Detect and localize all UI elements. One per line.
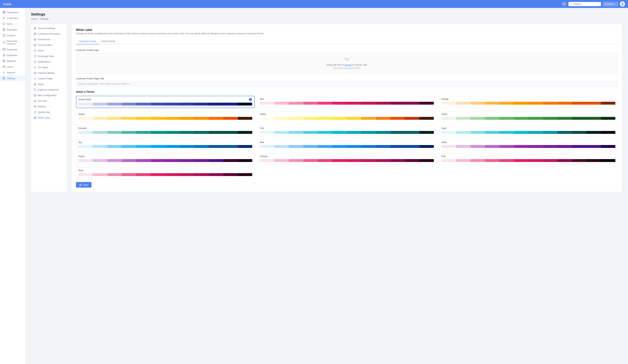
color-swatch [78,145,93,148]
settings-menu-expense-categories[interactable]: Expense Categories [31,87,67,92]
file-icon [2,34,5,37]
mail-icon [34,94,36,97]
sidebar-item-estimates[interactable]: Estimates [0,27,25,32]
color-swatch [543,117,557,120]
theme-card-yellow[interactable]: Yellow [257,111,436,122]
theme-card-red[interactable]: Red [257,96,436,108]
color-swatch [78,117,93,120]
settings-menu-payment-modes[interactable]: Payment Modes [31,70,67,76]
color-swatch [136,159,151,162]
svg-point-6 [3,17,4,18]
color-swatch [347,131,361,134]
tag-icon [34,88,36,91]
settings-menu-backup[interactable]: Backup [31,104,67,109]
settings-menu-notifications[interactable]: Notifications [31,59,67,65]
color-swatch [601,145,615,148]
settings-menu-mail[interactable]: Mail Configuration [31,92,67,98]
search-input[interactable] [568,2,601,6]
color-swatch [419,102,434,105]
theme-card-amber[interactable]: Amber [76,111,255,122]
color-swatch [260,145,274,148]
sidebar-item-expenses[interactable]: Expenses [0,52,25,58]
color-swatch [194,159,209,162]
avatar[interactable] [620,1,625,7]
sidebar-item-recurring[interactable]: Recurring Invoices [0,38,25,47]
color-swatch [209,103,223,106]
theme-card-emerald[interactable]: Emerald [76,125,255,136]
app-logo: Crayte [3,2,11,5]
tab-customer-portal[interactable]: Customer Portal [76,38,99,44]
theme-card-cyan[interactable]: Cyan [439,125,618,136]
color-swatch [332,131,347,134]
sidebar-item-users[interactable]: Users [0,64,25,70]
theme-card-invoice-shelf[interactable]: Invoice Shelf✓ [76,96,255,108]
settings-menu-file-disk[interactable]: File Disk [31,98,67,104]
theme-card-pink[interactable]: Pink [439,153,618,164]
color-swatch [361,159,376,162]
theme-card-sky[interactable]: Sky [76,139,255,150]
color-swatch [238,145,252,148]
sidebar-item-reports[interactable]: Reports [0,70,25,75]
color-swatch [209,159,223,162]
theme-card-fuchsia[interactable]: Fuchsia [257,153,436,164]
settings-menu-preferences[interactable]: Preferences [31,37,67,42]
color-swatch [332,159,347,162]
theme-selected-check: ✓ [249,98,252,101]
color-swatch [318,102,332,105]
theme-card-purple[interactable]: Purple [76,153,255,164]
theme-card-violet[interactable]: Violet [439,139,618,150]
color-swatch [260,131,274,134]
settings-menu-tax[interactable]: Tax Types [31,65,67,70]
save-button[interactable]: Save [76,182,91,188]
sidebar-item-settings[interactable]: Settings [0,75,25,81]
sidebar-item-modules[interactable]: Modules [0,58,25,64]
sidebar-item-items[interactable]: Items [0,21,25,27]
settings-menu-company[interactable]: Company Information [31,31,67,37]
color-swatch [93,103,107,106]
theme-card-orange[interactable]: Orange [439,96,618,108]
settings-menu-notes[interactable]: Notes [31,81,67,87]
sidebar-item-dashboard[interactable]: Dashboard [0,9,25,15]
theme-card-green[interactable]: Green [439,111,618,122]
color-swatch [456,131,470,134]
sidebar-item-invoices[interactable]: Invoices [0,32,25,38]
logo-upload-area[interactable]: Drag a file here or browse to choose a f… [76,53,618,73]
sidebar-item-customers[interactable]: Customers [0,15,25,21]
settings-menu-custom-fields[interactable]: Custom Fields [31,76,67,81]
sidebar-item-payments[interactable]: Payments [0,47,25,52]
color-swatch [93,117,107,120]
color-swatch [136,117,151,120]
color-swatch [419,117,434,120]
breadcrumb-home[interactable]: Home [31,17,37,20]
consoto-button[interactable]: Consoto [603,2,618,6]
settings-menu-account[interactable]: Account Settings [31,25,67,31]
sliders-icon [34,38,36,41]
settings-menu-roles[interactable]: Roles [31,48,67,53]
color-swatch [419,131,434,134]
color-swatch [78,173,93,176]
upload-browse-link[interactable]: browse [345,64,352,66]
color-swatches [260,131,434,134]
theme-card-blue[interactable]: Blue [257,139,436,150]
settings-menu-update[interactable]: Update App [31,109,67,115]
color-swatch [514,117,528,120]
theme-card-rose[interactable]: Rose [76,167,255,178]
settings-menu: Account Settings Company Information Pre… [31,24,67,192]
settings-menu-customization[interactable]: Customization [31,42,67,48]
settings-menu-exchange[interactable]: Exchange Rate [31,53,67,59]
tab-admin-portal[interactable]: Admin Portal [99,38,118,44]
color-swatch [572,145,586,148]
theme-card-teal[interactable]: Teal [257,125,436,136]
color-swatch [303,117,318,120]
color-swatch [390,102,405,105]
theme-name: Fuchsia [260,155,267,158]
color-swatch [499,159,514,162]
payment-icon [34,72,36,74]
add-button[interactable]: + [562,1,567,6]
settings-menu-white-label[interactable]: White Label [31,115,67,121]
color-swatch [151,131,165,134]
color-swatch [528,131,543,134]
color-swatch [471,145,485,148]
color-swatch [318,159,332,162]
svg-line-22 [34,67,36,68]
